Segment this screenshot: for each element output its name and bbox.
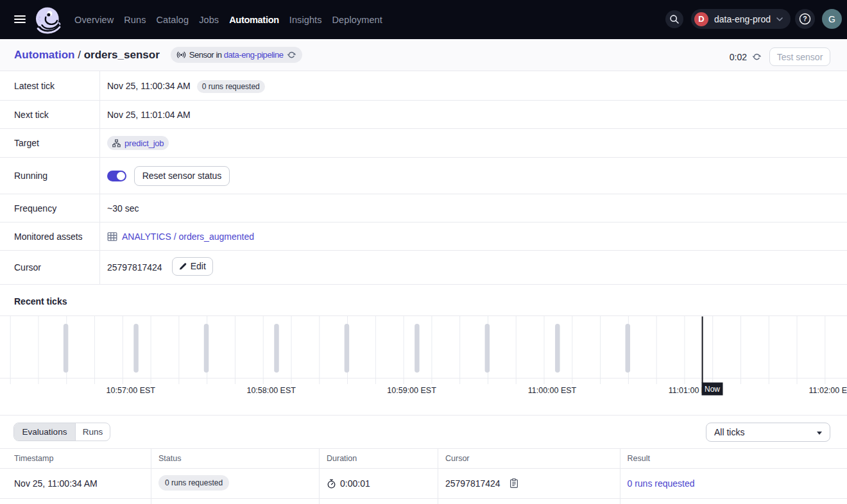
svg-text:10:58:00 EST: 10:58:00 EST: [246, 386, 296, 395]
svg-text:10:57:00 EST: 10:57:00 EST: [107, 386, 156, 395]
svg-text:?: ?: [803, 15, 807, 22]
svg-text:10:59:00 EST: 10:59:00 EST: [387, 386, 436, 395]
svg-text:Now: Now: [705, 385, 720, 394]
svg-text:11:00:00 EST: 11:00:00 EST: [528, 386, 577, 395]
svg-text:11:02:00 EST: 11:02:00 EST: [809, 386, 847, 395]
